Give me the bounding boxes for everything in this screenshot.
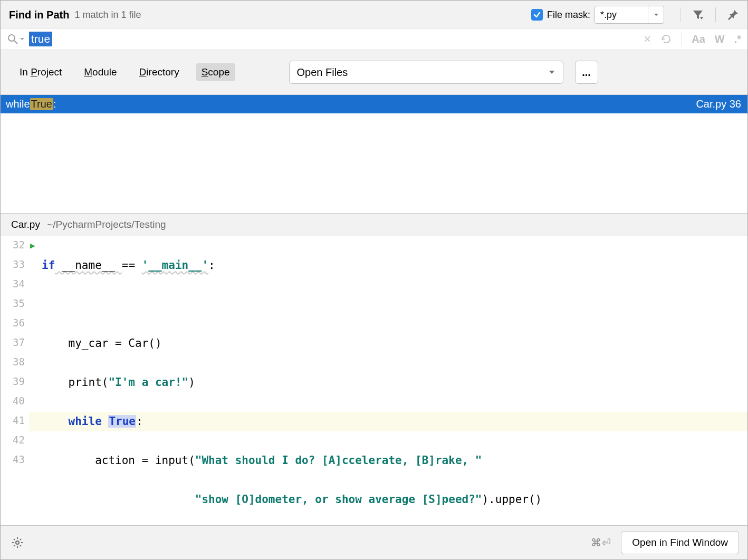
match-case-toggle[interactable]: Aa: [692, 33, 705, 45]
search-query-text: true: [29, 32, 52, 46]
file-mask-dropdown[interactable]: [648, 6, 664, 23]
pin-icon[interactable]: [727, 9, 739, 21]
file-mask-checkbox[interactable]: [531, 9, 543, 21]
separator: [715, 7, 716, 22]
file-mask-select[interactable]: [594, 6, 664, 24]
tab-directory[interactable]: Directory: [134, 63, 185, 81]
preview-filename: Car.py: [11, 219, 40, 230]
tab-in-project[interactable]: In Project: [14, 63, 67, 81]
result-suffix: :: [53, 98, 56, 110]
scope-dropdown[interactable]: Open Files: [289, 61, 563, 84]
results-empty-area: [1, 113, 747, 214]
file-mask-group: File mask:: [531, 6, 664, 24]
match-count: 1 match in 1 file: [74, 9, 141, 21]
result-prefix: while: [6, 98, 30, 110]
file-mask-label: File mask:: [547, 9, 590, 21]
title-bar: Find in Path 1 match in 1 file File mask…: [1, 1, 747, 28]
tab-module[interactable]: Module: [79, 63, 122, 81]
line-gutter: 32 33 34 35 36 37 38 39 40 41 42 43: [1, 236, 29, 525]
keyboard-shortcut: ⌘⏎: [591, 536, 611, 549]
result-match-highlight: True: [30, 98, 53, 110]
tab-scope[interactable]: Scope: [196, 63, 235, 81]
svg-point-1: [8, 35, 15, 41]
search-row: true × Aa W .*: [1, 28, 747, 50]
code-preview[interactable]: 32 33 34 35 36 37 38 39 40 41 42 43 ▶ if…: [1, 236, 747, 525]
search-result-row[interactable]: while True: Car.py 36: [1, 95, 747, 113]
file-mask-input[interactable]: [595, 9, 648, 21]
history-icon[interactable]: [660, 33, 672, 45]
regex-toggle[interactable]: .*: [734, 33, 741, 45]
result-line: 36: [730, 98, 741, 110]
result-file: Car.py: [696, 98, 726, 110]
filter-icon[interactable]: [692, 9, 704, 21]
gear-icon[interactable]: [11, 536, 24, 549]
whole-word-toggle[interactable]: W: [715, 33, 725, 45]
scope-ellipsis-button[interactable]: ...: [575, 61, 598, 84]
svg-line-2: [14, 41, 17, 44]
svg-marker-0: [700, 17, 703, 20]
search-icon[interactable]: [7, 33, 25, 45]
bottom-bar: ⌘⏎ Open in Find Window: [1, 525, 747, 559]
separator: [682, 32, 682, 46]
preview-header: Car.py ~/PycharmProjects/Testing: [1, 214, 747, 236]
scope-tabs-row: In Project Module Directory Scope Open F…: [1, 50, 747, 95]
open-in-find-window-button[interactable]: Open in Find Window: [621, 531, 739, 554]
search-input[interactable]: true: [28, 32, 644, 46]
preview-path: ~/PycharmProjects/Testing: [47, 219, 166, 230]
svg-point-3: [16, 541, 19, 544]
separator: [680, 7, 680, 22]
run-gutter-icon[interactable]: ▶: [30, 238, 35, 253]
dialog-title: Find in Path: [9, 9, 69, 21]
clear-icon[interactable]: ×: [644, 32, 651, 46]
scope-dropdown-label: Open Files: [297, 66, 348, 79]
chevron-down-icon: [548, 69, 555, 76]
